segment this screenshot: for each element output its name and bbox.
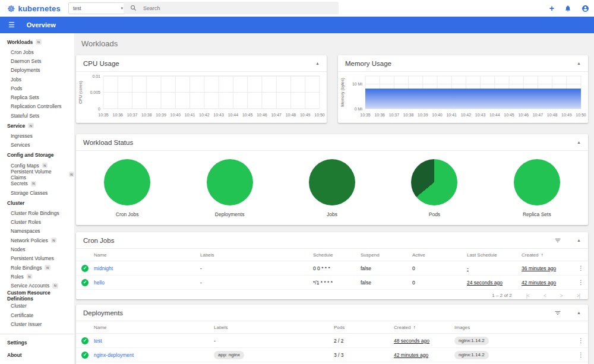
menu-hamburger-icon[interactable]: ☰ xyxy=(8,21,15,29)
prev-page-icon[interactable]: < xyxy=(544,293,546,299)
sidebar-item-label: Services xyxy=(11,142,30,148)
sidebar-item-about[interactable]: About xyxy=(0,349,74,362)
column-header-name[interactable]: Name xyxy=(94,252,200,258)
created-cell: 36 minutes ago xyxy=(522,265,574,271)
sidebar-item-service-accounts[interactable]: Service AccountsN xyxy=(0,281,74,290)
column-header-last-schedule[interactable]: Last Schedule xyxy=(467,252,522,258)
sidebar-item-certificate[interactable]: Certificate xyxy=(0,311,74,319)
created-value[interactable]: 36 minutes ago xyxy=(522,265,556,271)
schedule-cell: 0 0 * * * xyxy=(313,265,361,271)
column-header-labels[interactable]: Labels xyxy=(214,325,334,330)
collapse-caret-icon[interactable]: ▲ xyxy=(577,140,581,144)
row-menu-kebab-icon[interactable]: ⋮ xyxy=(574,352,588,358)
svg-text:10:42: 10:42 xyxy=(461,113,472,117)
sidebar-section-workloads[interactable]: WorkloadsN xyxy=(0,36,74,48)
sidebar-item-cluster-issuer[interactable]: Cluster Issuer xyxy=(0,319,74,328)
sidebar-item-ingresses[interactable]: Ingresses xyxy=(0,131,74,140)
collapse-caret-icon[interactable]: ▲ xyxy=(315,61,320,65)
created-value[interactable]: 42 minutes ago xyxy=(394,352,428,358)
sidebar-item-services[interactable]: Services xyxy=(0,141,74,150)
search-input[interactable] xyxy=(142,5,339,12)
svg-text:10:48: 10:48 xyxy=(547,113,558,117)
row-menu-kebab-icon[interactable]: ⋮ xyxy=(574,279,588,286)
svg-text:10:43: 10:43 xyxy=(213,113,224,117)
filter-icon[interactable] xyxy=(554,309,561,316)
last-page-icon[interactable]: >| xyxy=(577,293,580,299)
last-schedule-value[interactable]: 24 seconds ago xyxy=(467,280,503,286)
sidebar-item-nodes[interactable]: Nodes xyxy=(0,245,74,254)
row-menu-kebab-icon[interactable]: ⋮ xyxy=(574,265,588,271)
row-menu-kebab-icon[interactable]: ⋮ xyxy=(574,337,588,344)
column-header-pods[interactable]: Pods xyxy=(334,325,394,330)
collapse-caret-icon[interactable]: ▲ xyxy=(577,238,581,242)
cron-jobs-header: Cron Jobs ▲ xyxy=(76,232,588,249)
sidebar-item-stateful-sets[interactable]: Stateful Sets xyxy=(0,111,74,120)
table-row: ✓midnight-0 0 * * *false0-36 minutes ago… xyxy=(76,261,588,276)
header-actions: + xyxy=(549,0,589,17)
sidebar-section-service[interactable]: ServiceN xyxy=(0,120,74,131)
pie-chart-replica-sets[interactable] xyxy=(514,159,560,205)
sidebar-item-persistent-volumes[interactable]: Persistent Volumes xyxy=(0,254,74,263)
sidebar-section-custom-resource-definitions[interactable]: Custom Resource Definitions xyxy=(0,290,74,302)
image-chip: nginx:1.14.2 xyxy=(454,337,489,345)
sidebar-item-label: Stateful Sets xyxy=(11,113,39,119)
cron-jobs-table: NameLabelsScheduleSuspendActiveLast Sche… xyxy=(76,249,588,290)
sidebar-item-role-bindings[interactable]: Role BindingsN xyxy=(0,263,74,272)
sidebar-item-deployments[interactable]: Deployments xyxy=(0,66,74,75)
column-header-created[interactable]: Created↑ xyxy=(394,325,454,330)
column-header-created[interactable]: Created↑ xyxy=(522,252,574,258)
svg-text:10:44: 10:44 xyxy=(489,113,500,117)
sidebar-item-persistent-volume-claims[interactable]: Persistent Volume ClaimsN xyxy=(0,170,74,179)
namespace-selector[interactable]: test ▾ xyxy=(68,2,128,14)
sidebar-item-daemon-sets[interactable]: Daemon Sets xyxy=(0,56,74,65)
created-value[interactable]: 48 seconds ago xyxy=(394,338,429,344)
collapse-caret-icon[interactable]: ▲ xyxy=(577,61,581,65)
column-header-name[interactable]: Name xyxy=(94,325,214,330)
deployment-name-link[interactable]: nginx-deployment xyxy=(94,352,214,358)
created-value[interactable]: 42 minutes ago xyxy=(522,280,556,286)
sidebar-item-cron-jobs[interactable]: Cron Jobs xyxy=(0,48,74,56)
search-bar[interactable] xyxy=(124,2,339,14)
sidebar-item-label: Cluster Roles xyxy=(11,219,41,225)
sidebar-item-settings[interactable]: Settings xyxy=(0,337,74,349)
sidebar-item-network-policies[interactable]: Network PoliciesN xyxy=(0,236,74,245)
sidebar-item-jobs[interactable]: Jobs xyxy=(0,75,74,84)
next-page-icon[interactable]: > xyxy=(560,293,563,299)
cron-job-name-link[interactable]: hello xyxy=(94,280,200,286)
user-account-icon[interactable] xyxy=(582,5,589,12)
deployment-name-link[interactable]: test xyxy=(94,338,214,344)
notifications-bell-icon[interactable] xyxy=(564,5,571,12)
sidebar-item-roles[interactable]: RolesN xyxy=(0,272,74,281)
sidebar-item-replica-sets[interactable]: Replica Sets xyxy=(0,93,74,102)
pie-chart-jobs[interactable] xyxy=(309,159,355,205)
sidebar-section-label: Workloads xyxy=(7,39,33,45)
filter-icon[interactable] xyxy=(554,237,561,244)
first-page-icon[interactable]: |< xyxy=(526,293,529,299)
sidebar-item-pods[interactable]: Pods xyxy=(0,84,74,93)
sidebar-item-cluster-role-bindings[interactable]: Cluster Role Bindings xyxy=(0,208,74,217)
sidebar-item-label: Cluster xyxy=(11,303,27,309)
sidebar-item-cluster[interactable]: Cluster xyxy=(0,302,74,311)
created-cell: 42 minutes ago xyxy=(394,352,454,358)
sidebar-section-cluster[interactable]: Cluster xyxy=(0,197,74,208)
column-header-labels[interactable]: Labels xyxy=(200,252,313,258)
sidebar-section-config-and-storage[interactable]: Config and Storage xyxy=(0,150,74,161)
create-resource-button[interactable]: + xyxy=(549,4,554,13)
column-header-images[interactable]: Images xyxy=(454,325,574,330)
sidebar-item-storage-classes[interactable]: Storage Classes xyxy=(0,188,74,197)
svg-text:10:37: 10:37 xyxy=(389,113,400,117)
pie-chart-cron-jobs[interactable] xyxy=(104,159,150,205)
column-header-active[interactable]: Active xyxy=(412,252,467,258)
collapse-caret-icon[interactable]: ▲ xyxy=(577,311,581,315)
last-schedule-value[interactable]: - xyxy=(467,265,469,271)
pie-chart-pods[interactable] xyxy=(411,159,457,205)
kubernetes-logo[interactable]: ☸ kubernetes xyxy=(7,0,61,17)
cron-jobs-card: Cron Jobs ▲ NameLabelsScheduleSuspendAct… xyxy=(76,232,588,299)
column-header-suspend[interactable]: Suspend xyxy=(361,252,412,258)
sidebar-item-replication-controllers[interactable]: Replication Controllers xyxy=(0,102,74,111)
column-header-schedule[interactable]: Schedule xyxy=(313,252,361,258)
cron-job-name-link[interactable]: midnight xyxy=(94,265,200,271)
pie-chart-deployments[interactable] xyxy=(207,159,253,205)
sidebar-item-cluster-roles[interactable]: Cluster Roles xyxy=(0,217,74,226)
sidebar-item-namespaces[interactable]: Namespaces xyxy=(0,227,74,236)
